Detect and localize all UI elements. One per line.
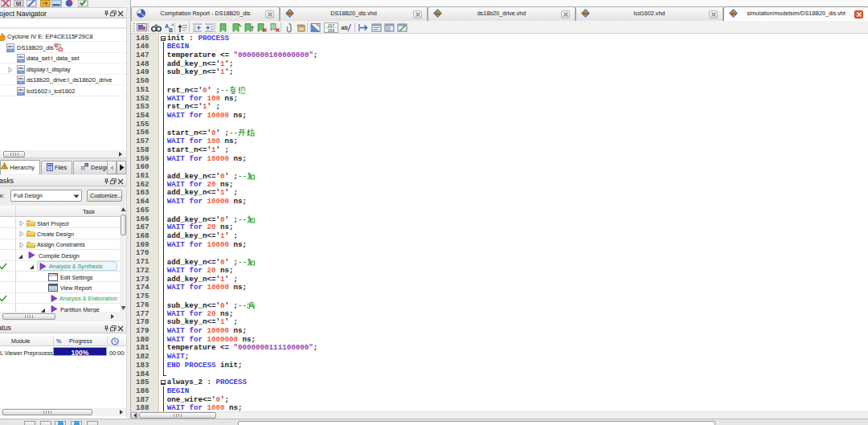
svg-text:abc: abc (18, 65, 24, 69)
svg-text:abc: abc (583, 12, 588, 15)
svg-text:M: M (16, 0, 22, 7)
svg-text:VHD: VHD (7, 48, 14, 51)
svg-text:VHD: VHD (18, 70, 24, 73)
svg-text:abc: abc (435, 12, 440, 15)
svg-text:VHD: VHD (18, 81, 24, 84)
svg-text:ab: ab (342, 25, 348, 31)
svg-text:abc: abc (287, 12, 292, 15)
svg-text:VHD: VHD (18, 59, 24, 63)
svg-text:abc: abc (18, 55, 24, 59)
svg-text:abc: abc (731, 12, 735, 15)
svg-text:B: B (169, 27, 173, 33)
svg-text:abc: abc (18, 87, 24, 91)
svg-text:!: ! (4, 165, 6, 170)
svg-text:abc: abc (7, 43, 14, 47)
svg-text:268: 268 (328, 28, 335, 33)
svg-text:VHD: VHD (18, 92, 24, 95)
svg-text:abc: abc (18, 76, 24, 80)
